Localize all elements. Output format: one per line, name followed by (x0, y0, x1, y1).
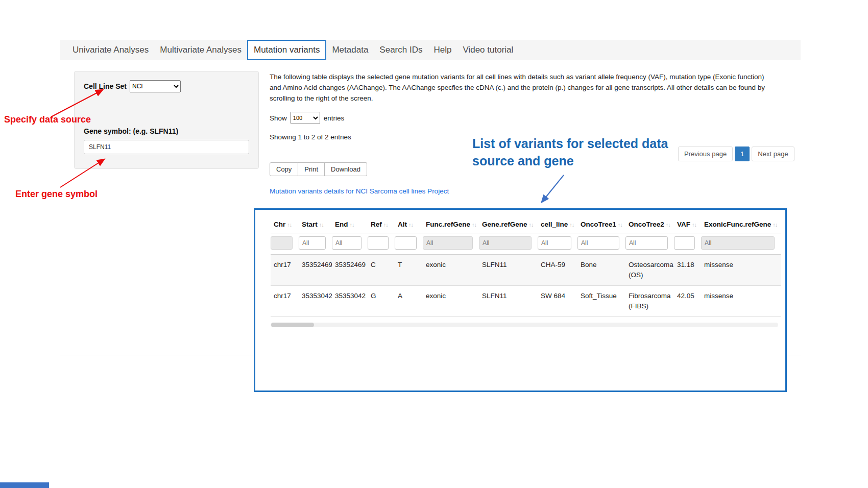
filter-ref[interactable] (368, 236, 389, 250)
gene-symbol-label: Gene symbol: (e.g. SLFN11) (84, 127, 249, 135)
filter-cell-line[interactable] (538, 236, 571, 250)
filter-start[interactable] (299, 236, 326, 250)
horizontal-scrollbar[interactable] (271, 323, 778, 327)
sort-icon[interactable] (407, 221, 413, 228)
tab-video-tutorial[interactable]: Video tutorial (457, 40, 519, 60)
column-header-alt[interactable]: Alt (395, 216, 423, 233)
tab-univariate-analyses[interactable]: Univariate Analyses (67, 40, 154, 60)
main-content: The following table displays the selecte… (270, 71, 776, 195)
sort-icon[interactable] (285, 221, 292, 228)
filter-oncotree1[interactable] (577, 236, 619, 250)
sort-icon[interactable] (527, 221, 534, 228)
filter-chr[interactable] (271, 236, 293, 250)
filter-oncotree2[interactable] (625, 236, 668, 250)
sort-icon[interactable] (771, 221, 777, 228)
column-header-oncotree2[interactable]: OncoTree2 (625, 216, 674, 233)
annotation-enter-gene-symbol: Enter gene symbol (15, 189, 98, 200)
annotation-specify-data-source: Specify data source (4, 114, 91, 125)
current-page-button[interactable]: 1 (735, 147, 750, 161)
pagination: Previous page 1 Next page (678, 147, 794, 161)
column-header-exonicfunc-refgene[interactable]: ExonicFunc.refGene (701, 216, 781, 233)
bottom-left-blue-strip (0, 482, 49, 488)
filter-gene-refgene[interactable] (479, 236, 532, 250)
tab-mutation-variants[interactable]: Mutation variants (247, 40, 326, 60)
annotation-variants-list-line2: source and gene (472, 152, 668, 169)
filter-end[interactable] (332, 236, 361, 250)
annotation-variants-list: List of variants for selected data sourc… (472, 135, 668, 169)
column-header-vaf[interactable]: VAF (674, 216, 701, 233)
table-description: The following table displays the selecte… (270, 71, 776, 104)
copy-button[interactable]: Copy (270, 162, 298, 176)
top-navbar: Univariate Analyses Multivariate Analyse… (60, 40, 801, 60)
variants-table-container: Chr Start End Ref Alt Func.refGene Gene.… (254, 208, 787, 392)
sort-icon[interactable] (568, 221, 574, 228)
filter-vaf[interactable] (674, 236, 695, 250)
column-header-ref[interactable]: Ref (368, 216, 395, 233)
filter-alt[interactable] (395, 236, 417, 250)
gene-symbol-input[interactable] (84, 140, 249, 154)
show-label: Show (270, 114, 287, 122)
sort-icon[interactable] (690, 221, 696, 228)
sort-icon[interactable] (664, 221, 670, 228)
column-header-gene-refgene[interactable]: Gene.refGene (479, 216, 538, 233)
entries-label: entries (324, 114, 345, 122)
horizontal-scrollbar-thumb[interactable] (271, 323, 314, 327)
variants-table: Chr Start End Ref Alt Func.refGene Gene.… (271, 216, 781, 317)
table-row[interactable]: chr17 35353042 35353042 G A exonic SLFN1… (271, 286, 781, 317)
filter-exonicfunc-refgene[interactable] (701, 236, 775, 250)
tab-help[interactable]: Help (428, 40, 457, 60)
cell-line-set-select[interactable]: NCI (130, 80, 181, 92)
sidebar-panel: Cell Line Set NCI Gene symbol: (e.g. SLF… (74, 71, 259, 169)
column-header-chr[interactable]: Chr (271, 216, 299, 233)
previous-page-button[interactable]: Previous page (678, 147, 733, 161)
column-header-oncotree1[interactable]: OncoTree1 (577, 216, 625, 233)
table-header-row: Chr Start End Ref Alt Func.refGene Gene.… (271, 216, 781, 233)
column-header-start[interactable]: Start (299, 216, 332, 233)
cell-line-set-label: Cell Line Set (84, 82, 127, 90)
sort-icon[interactable] (470, 221, 476, 228)
tab-multivariate-analyses[interactable]: Multivariate Analyses (154, 40, 247, 60)
annotation-variants-list-line1: List of variants for selected data (472, 135, 668, 152)
next-page-button[interactable]: Next page (752, 147, 794, 161)
page-length-control: Show 100 entries (270, 112, 776, 124)
sort-icon[interactable] (348, 221, 354, 228)
download-button[interactable]: Download (325, 162, 367, 176)
tab-search-ids[interactable]: Search IDs (374, 40, 428, 60)
filter-func-refgene[interactable] (423, 236, 473, 250)
print-button[interactable]: Print (298, 162, 325, 176)
sort-icon[interactable] (318, 221, 324, 228)
sort-icon[interactable] (382, 221, 388, 228)
column-header-end[interactable]: End (332, 216, 368, 233)
page-length-select[interactable]: 100 (291, 112, 320, 124)
export-button-group: Copy Print Download (270, 162, 367, 176)
table-caption-link[interactable]: Mutation variants details for NCI Sarcom… (270, 187, 776, 195)
sort-icon[interactable] (616, 221, 622, 228)
tab-metadata[interactable]: Metadata (326, 40, 374, 60)
table-filter-row (271, 233, 781, 255)
column-header-cell-line[interactable]: cell_line (538, 216, 577, 233)
table-row[interactable]: chr17 35352469 35352469 C T exonic SLFN1… (271, 255, 781, 286)
column-header-func-refgene[interactable]: Func.refGene (423, 216, 479, 233)
